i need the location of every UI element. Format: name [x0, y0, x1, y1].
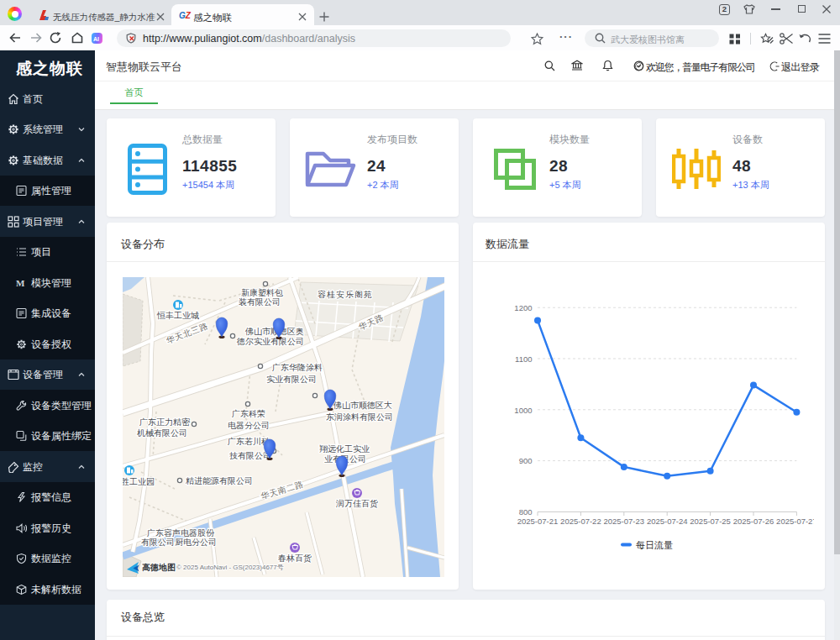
svg-text:2025-07-23: 2025-07-23: [603, 517, 644, 526]
svg-text:东润涂料有限公司: 东润涂料有限公司: [326, 412, 393, 422]
svg-text:2025-07-25: 2025-07-25: [690, 517, 731, 526]
svg-text:电器分公司: 电器分公司: [228, 421, 270, 430]
svg-text:广东华隆涂料: 广东华隆涂料: [272, 363, 323, 372]
svg-text:2025-07-22: 2025-07-22: [560, 517, 601, 526]
svg-text:每日流量: 每日流量: [636, 540, 673, 550]
svg-text:2025-07-21: 2025-07-21: [517, 517, 559, 526]
svg-text:佛山市顺德区大: 佛山市顺德区大: [333, 401, 392, 410]
svg-text:广东正力精密: 广东正力精密: [139, 417, 191, 427]
svg-text:广东容声电器股份: 广东容声电器股份: [147, 528, 215, 538]
svg-text:春林百货: 春林百货: [277, 553, 312, 563]
svg-text:机械有限公司: 机械有限公司: [137, 428, 187, 438]
svg-text:高德地图: 高德地图: [142, 563, 176, 572]
svg-text:1200: 1200: [514, 303, 532, 312]
svg-text:翔远化工实业: 翔远化工实业: [319, 444, 370, 454]
svg-text:实业有限公司: 实业有限公司: [266, 375, 317, 384]
svg-text:有限公司厨电分公司: 有限公司厨电分公司: [141, 538, 217, 547]
svg-text:1100: 1100: [515, 354, 532, 364]
svg-text:新康塑料包: 新康塑料包: [241, 288, 283, 297]
svg-text:广东科荣: 广东科荣: [232, 409, 265, 418]
svg-text:装有限公司: 装有限公司: [239, 297, 281, 307]
svg-text:2025-07-24: 2025-07-24: [647, 517, 688, 526]
svg-text:2025-07-27: 2025-07-27: [776, 517, 814, 526]
svg-text:广东若川科: 广东若川科: [228, 437, 270, 446]
svg-text:技有限公司: 技有限公司: [229, 451, 271, 460]
svg-text:容桂安乐阁苑: 容桂安乐阁苑: [318, 290, 373, 299]
svg-text:恒丰工业城: 恒丰工业城: [156, 311, 199, 320]
svg-text:精进能源有限公司: 精进能源有限公司: [186, 476, 253, 485]
svg-text:胜工业园: 胜工业园: [123, 477, 155, 486]
svg-text:800: 800: [519, 507, 533, 517]
svg-text:2025-07-26: 2025-07-26: [733, 517, 774, 526]
svg-text:1000: 1000: [514, 406, 532, 415]
svg-text:润万佳百货: 润万佳百货: [335, 499, 378, 508]
svg-text:德尔实业有限公司: 德尔实业有限公司: [236, 337, 304, 346]
svg-text:© 2025 AutoNavi - GS(2023)4677: © 2025 AutoNavi - GS(2023)4677号: [176, 564, 284, 571]
svg-text:900: 900: [519, 456, 533, 465]
